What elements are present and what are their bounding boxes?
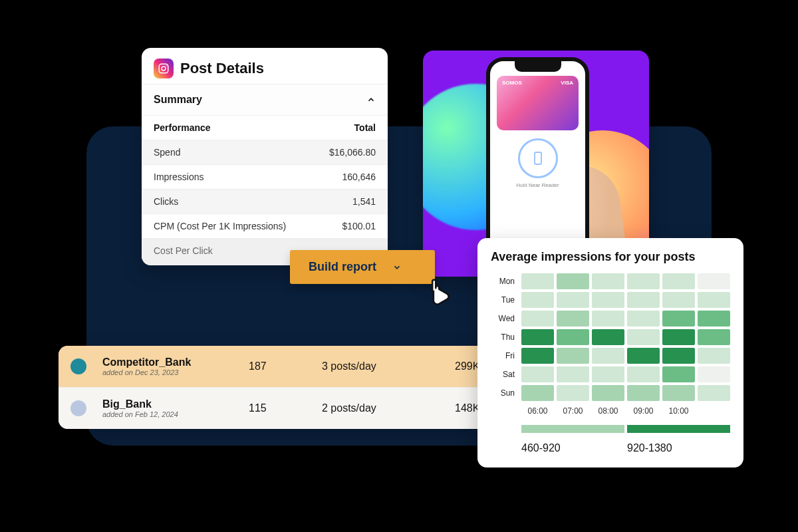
heatmap-cell[interactable] [521, 348, 554, 364]
heatmap-cell[interactable] [557, 273, 589, 289]
heatmap-day-label: Fri [491, 351, 519, 360]
heatmap-grid: MonTueWedThuFriSatSun [491, 273, 730, 401]
svg-rect-0 [159, 64, 168, 73]
heatmap-cell[interactable] [662, 348, 695, 364]
avatar [70, 358, 86, 374]
post-details-card: Post Details Summary Performance Total S… [142, 48, 388, 265]
perf-row-cpm: CPM (Cost Per 1K Impressions) $100.01 [142, 213, 388, 238]
competitor-rate: 3 posts/day [322, 360, 455, 372]
heatmap-cell[interactable] [662, 366, 695, 382]
perf-row-spend: Spend $16,066.80 [142, 140, 388, 164]
heatmap-cell[interactable] [521, 385, 554, 401]
perf-head-left: Performance [154, 122, 211, 133]
perf-row-clicks: Clicks 1,541 [142, 189, 388, 213]
heatmap-day-label: Wed [491, 314, 519, 323]
heatmap-cell[interactable] [627, 385, 660, 401]
heatmap-cell[interactable] [627, 366, 660, 382]
legend-label: 920-1380 [627, 442, 730, 454]
heatmap-x-axis: 06:0007:0008:0009:0010:00 [491, 406, 730, 416]
build-report-label: Build report [309, 260, 376, 274]
heatmap-cell[interactable] [627, 273, 660, 289]
chevron-up-icon [366, 95, 376, 104]
phone-notch [515, 61, 561, 72]
heatmap-cell[interactable] [592, 385, 624, 401]
summary-toggle[interactable]: Summary [142, 84, 388, 115]
nfc-hint: Hold Near Reader [490, 182, 585, 188]
post-details-title: Post Details [180, 60, 264, 77]
heatmap-hour-label: 09:00 [627, 406, 660, 416]
build-report-button[interactable]: Build report [290, 250, 435, 284]
competitor-count: 187 [249, 360, 322, 372]
competitor-added: added on Feb 12, 2024 [102, 410, 249, 418]
competitor-rate: 2 posts/day [322, 402, 455, 414]
heatmap-cell[interactable] [557, 292, 589, 308]
avatar [70, 400, 86, 416]
summary-label: Summary [154, 94, 202, 106]
heatmap-cell[interactable] [627, 348, 660, 364]
heatmap-hour-label: 08:00 [592, 406, 624, 416]
heatmap-cell[interactable] [521, 366, 554, 382]
legend-swatch [627, 425, 730, 433]
heatmap-cell[interactable] [592, 311, 624, 327]
phone-mockup: SOMOS VISA Hold Near Reader [486, 57, 589, 263]
heatmap-cell[interactable] [521, 329, 554, 345]
heatmap-cell[interactable] [662, 292, 695, 308]
heatmap-card: Average impressions for your posts MonTu… [477, 238, 743, 467]
heatmap-cell[interactable] [557, 385, 589, 401]
heatmap-day-label: Thu [491, 332, 519, 342]
heatmap-cell[interactable] [662, 311, 695, 327]
heatmap-hour-label: 10:00 [662, 406, 695, 416]
heatmap-cell[interactable] [698, 292, 730, 308]
heatmap-day-label: Sun [491, 388, 519, 398]
perf-head-right: Total [354, 122, 376, 133]
heatmap-day-label: Mon [491, 277, 519, 286]
nfc-icon [518, 138, 558, 178]
legend-swatch [521, 425, 624, 433]
perf-row-impressions: Impressions 160,646 [142, 164, 388, 189]
heatmap-cell[interactable] [557, 311, 589, 327]
chevron-down-icon [392, 263, 402, 272]
heatmap-cell[interactable] [521, 273, 554, 289]
heatmap-cell[interactable] [698, 385, 730, 401]
card-brand: SOMOS [502, 80, 522, 86]
heatmap-cell[interactable] [698, 366, 730, 382]
competitor-count: 115 [249, 402, 322, 414]
heatmap-day-label: Tue [491, 295, 519, 305]
heatmap-cell[interactable] [592, 329, 624, 345]
heatmap-cell[interactable] [698, 273, 730, 289]
competitor-added: added on Dec 23, 2023 [102, 368, 249, 376]
heatmap-cell[interactable] [627, 311, 660, 327]
heatmap-hour-label: 07:00 [557, 406, 589, 416]
heatmap-hour-label: 06:00 [521, 406, 554, 416]
legend-label: 460-920 [521, 442, 624, 454]
heatmap-cell[interactable] [592, 366, 624, 382]
heatmap-cell[interactable] [592, 292, 624, 308]
heatmap-cell[interactable] [662, 273, 695, 289]
heatmap-cell[interactable] [662, 329, 695, 345]
heatmap-cell[interactable] [521, 311, 554, 327]
heatmap-cell[interactable] [627, 292, 660, 308]
heatmap-cell[interactable] [557, 329, 589, 345]
heatmap-cell[interactable] [627, 329, 660, 345]
heatmap-cell[interactable] [698, 348, 730, 364]
wallet-card: SOMOS VISA [497, 76, 579, 130]
competitor-name: Big_Bank [102, 398, 249, 410]
heatmap-title: Average impressions for your posts [491, 250, 730, 264]
heatmap-cell[interactable] [557, 366, 589, 382]
heatmap-day-label: Sat [491, 370, 519, 379]
heatmap-cell[interactable] [592, 348, 624, 364]
heatmap-cell[interactable] [592, 273, 624, 289]
svg-rect-3 [535, 152, 541, 164]
heatmap-cell[interactable] [521, 292, 554, 308]
card-network: VISA [561, 80, 573, 86]
instagram-icon [154, 59, 174, 78]
heatmap-cell[interactable] [698, 311, 730, 327]
svg-point-1 [162, 66, 166, 70]
heatmap-cell[interactable] [557, 348, 589, 364]
heatmap-cell[interactable] [662, 385, 695, 401]
competitor-name: Competitor_Bank [102, 356, 249, 368]
cursor-icon [422, 271, 458, 307]
svg-point-2 [166, 65, 167, 66]
heatmap-cell[interactable] [698, 329, 730, 345]
